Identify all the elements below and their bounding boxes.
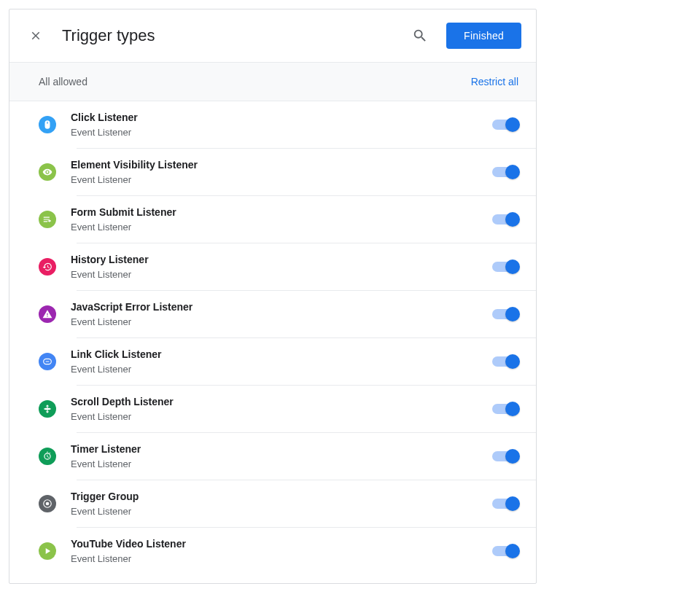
row-title: Link Click Listener: [71, 347, 478, 362]
panel-title: Trigger types: [62, 26, 394, 45]
row-text: JavaScript Error Listener Event Listener: [71, 300, 478, 329]
row-subtitle: Event Listener: [71, 126, 478, 139]
allowed-status: All allowed: [39, 76, 88, 87]
list-row-form-submit: Form Submit Listener Event Listener: [9, 196, 536, 243]
row-title: Element Visibility Listener: [71, 157, 478, 172]
toggle-switch[interactable]: [492, 449, 518, 464]
toggle-switch[interactable]: [492, 165, 518, 179]
row-title: Timer Listener: [71, 442, 478, 456]
row-title: Click Listener: [71, 110, 478, 125]
toggle-switch[interactable]: [492, 402, 518, 416]
search-button[interactable]: [405, 21, 435, 50]
row-subtitle: Event Listener: [71, 173, 478, 187]
row-text: History Listener Event Listener: [71, 252, 478, 281]
list-row-js-error: JavaScript Error Listener Event Listener: [9, 291, 536, 337]
list-row-trigger-group: Trigger Group Event Listener: [9, 480, 536, 527]
row-text: Scroll Depth Listener Event Listener: [71, 394, 478, 424]
svg-point-1: [46, 502, 50, 506]
row-title: History Listener: [71, 252, 478, 267]
toggle-switch[interactable]: [492, 212, 518, 227]
row-subtitle: Event Listener: [71, 316, 478, 329]
row-text: Link Click Listener Event Listener: [71, 347, 478, 376]
search-icon: [412, 28, 428, 44]
row-subtitle: Event Listener: [71, 458, 478, 471]
toggle-switch[interactable]: [492, 117, 518, 132]
list-row-element-visibility: Element Visibility Listener Event Listen…: [9, 149, 536, 195]
close-button[interactable]: [21, 21, 50, 50]
row-title: YouTube Video Listener: [71, 536, 478, 551]
toggle-switch[interactable]: [492, 496, 518, 511]
list-row-history: History Listener Event Listener: [9, 243, 536, 290]
warning-icon: [39, 305, 56, 323]
group-icon: [39, 495, 56, 512]
list-row-youtube: YouTube Video Listener Event Listener: [9, 528, 536, 574]
trigger-list: Click Listener Event Listener Element Vi…: [9, 101, 536, 583]
row-subtitle: Event Listener: [71, 363, 478, 376]
row-text: Click Listener Event Listener: [71, 110, 478, 139]
timer-icon: [39, 448, 56, 465]
row-title: Scroll Depth Listener: [71, 394, 478, 409]
finished-button[interactable]: Finished: [446, 23, 521, 49]
link-icon: [39, 353, 56, 370]
toggle-switch[interactable]: [492, 259, 518, 274]
trigger-types-panel: Trigger types Finished All allowed Restr…: [9, 9, 537, 584]
list-row-click-listener: Click Listener Event Listener: [9, 101, 536, 148]
row-text: Timer Listener Event Listener: [71, 442, 478, 471]
list-row-link-click: Link Click Listener Event Listener: [9, 338, 536, 385]
row-title: Form Submit Listener: [71, 205, 478, 219]
toggle-switch[interactable]: [492, 544, 518, 558]
history-icon: [39, 258, 56, 276]
panel-header: Trigger types Finished: [9, 9, 536, 62]
list-row-scroll-depth: Scroll Depth Listener Event Listener: [9, 386, 536, 432]
row-subtitle: Event Listener: [71, 505, 478, 518]
scroll-icon: [39, 400, 56, 418]
form-icon: [39, 211, 56, 228]
row-subtitle: Event Listener: [71, 221, 478, 234]
row-text: Trigger Group Event Listener: [71, 489, 478, 518]
row-subtitle: Event Listener: [71, 410, 478, 424]
toggle-switch[interactable]: [492, 307, 518, 321]
row-text: YouTube Video Listener Event Listener: [71, 536, 478, 566]
mouse-icon: [39, 116, 56, 133]
row-text: Form Submit Listener Event Listener: [71, 205, 478, 234]
row-subtitle: Event Listener: [71, 268, 478, 281]
row-text: Element Visibility Listener Event Listen…: [71, 157, 478, 187]
subheader: All allowed Restrict all: [9, 62, 536, 101]
toggle-switch[interactable]: [492, 354, 518, 369]
row-subtitle: Event Listener: [71, 553, 478, 566]
restrict-all-link[interactable]: Restrict all: [471, 76, 518, 87]
row-title: JavaScript Error Listener: [71, 300, 478, 314]
eye-icon: [39, 163, 56, 181]
list-row-timer: Timer Listener Event Listener: [9, 433, 536, 480]
close-icon: [29, 29, 42, 42]
row-title: Trigger Group: [71, 489, 478, 504]
play-icon: [39, 542, 56, 560]
